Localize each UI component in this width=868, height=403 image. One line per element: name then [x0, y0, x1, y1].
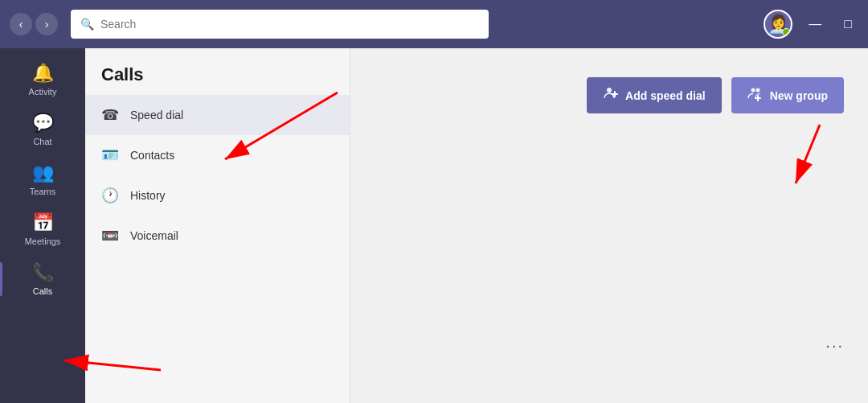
search-icon: 🔍	[80, 18, 94, 31]
teams-icon: 👥	[32, 162, 54, 183]
title-bar: ‹ › 🔍 👩‍💼 — □	[0, 0, 868, 48]
main-area: 🔔 Activity 💬 Chat 👥 Teams 📅 Meetings 📞 C…	[0, 48, 868, 403]
new-group-label: New group	[770, 89, 828, 102]
sidebar-item-teams[interactable]: 👥 Teams	[0, 154, 85, 204]
speed-dial-label: Speed dial	[130, 109, 183, 121]
svg-point-4	[755, 88, 760, 93]
add-speed-dial-button[interactable]: Add speed dial	[587, 77, 722, 113]
more-options-button[interactable]: ···	[825, 336, 844, 355]
sidebar-label-calls: Calls	[33, 286, 52, 296]
left-panel: Calls ☎ Speed dial 🪪 Contacts 🕐 History …	[85, 48, 350, 403]
presence-badge	[782, 28, 790, 36]
right-panel: Add speed dial New group ···	[350, 48, 868, 403]
minimize-button[interactable]: —	[802, 14, 828, 35]
search-input[interactable]	[100, 18, 479, 31]
search-bar: 🔍	[71, 10, 489, 39]
new-group-button[interactable]: New group	[731, 77, 844, 113]
sidebar-item-chat[interactable]: 💬 Chat	[0, 105, 85, 154]
forward-button[interactable]: ›	[35, 13, 58, 35]
action-buttons: Add speed dial New group	[587, 77, 844, 113]
sidebar-item-meetings[interactable]: 📅 Meetings	[0, 204, 85, 254]
sidebar-item-calls[interactable]: 📞 Calls	[0, 254, 85, 304]
svg-point-3	[751, 88, 755, 93]
history-label: History	[130, 189, 166, 202]
menu-item-voicemail[interactable]: 📼 Voicemail	[85, 216, 350, 256]
calls-icon: 📞	[32, 262, 54, 283]
menu-item-speed-dial[interactable]: ☎ Speed dial	[85, 95, 350, 135]
sidebar: 🔔 Activity 💬 Chat 👥 Teams 📅 Meetings 📞 C…	[0, 48, 85, 403]
maximize-button[interactable]: □	[837, 14, 858, 35]
back-button[interactable]: ‹	[10, 13, 32, 35]
add-speed-dial-label: Add speed dial	[625, 89, 706, 102]
menu-list: ☎ Speed dial 🪪 Contacts 🕐 History 📼 Voic…	[85, 95, 350, 256]
history-icon: 🕐	[101, 187, 119, 204]
activity-icon: 🔔	[32, 63, 54, 84]
menu-item-history[interactable]: 🕐 History	[85, 175, 350, 216]
sidebar-label-activity: Activity	[29, 87, 57, 97]
voicemail-icon: 📼	[101, 227, 119, 245]
add-speed-dial-icon	[603, 85, 619, 105]
sidebar-label-meetings: Meetings	[25, 236, 61, 246]
avatar[interactable]: 👩‍💼	[764, 10, 792, 39]
sidebar-label-chat: Chat	[33, 137, 51, 146]
voicemail-label: Voicemail	[130, 229, 178, 242]
sidebar-item-activity[interactable]: 🔔 Activity	[0, 55, 85, 105]
nav-buttons: ‹ ›	[10, 13, 58, 35]
speed-dial-icon: ☎	[101, 106, 119, 124]
title-bar-right: 👩‍💼 — □	[764, 10, 858, 39]
sidebar-label-teams: Teams	[30, 187, 55, 196]
chat-icon: 💬	[32, 113, 54, 134]
contacts-icon: 🪪	[101, 146, 119, 164]
panel-title: Calls	[85, 48, 350, 95]
meetings-icon: 📅	[32, 212, 54, 233]
new-group-icon	[747, 85, 764, 105]
contacts-label: Contacts	[130, 149, 174, 162]
menu-item-contacts[interactable]: 🪪 Contacts	[85, 135, 350, 175]
svg-point-0	[607, 88, 612, 93]
